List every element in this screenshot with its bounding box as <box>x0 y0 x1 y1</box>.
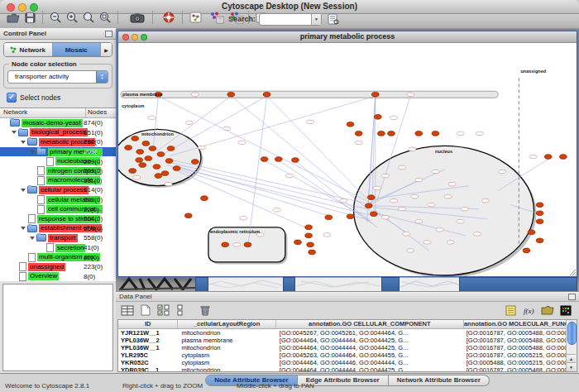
tree-row[interactable]: cell communicat...22(0) <box>0 204 116 214</box>
tree-row[interactable]: multi-organism pro...42(0) <box>0 252 116 262</box>
notepad-button[interactable] <box>504 304 518 317</box>
tree-row[interactable]: unassigned223(0) <box>0 262 116 272</box>
table-row[interactable]: YDR039C__1mitochondrion[GO:0044464, GO:0… <box>118 366 567 372</box>
scroll-down-icon[interactable]: ▼ <box>567 362 576 371</box>
graph-node-selected[interactable] <box>292 158 299 163</box>
graph-node-selected[interactable] <box>536 219 543 224</box>
float-panel-icon[interactable] <box>105 31 112 37</box>
graph-node-selected[interactable] <box>136 150 144 155</box>
graph-node-unselected[interactable] <box>529 155 537 158</box>
region-plasma-membrane[interactable] <box>121 91 498 98</box>
birdseye-view-panel[interactable] <box>2 284 113 371</box>
graph-node-selected[interactable] <box>309 250 316 255</box>
network-canvas[interactable]: plasma membranecytoplasmmitochondrionnuc… <box>118 43 577 276</box>
graph-node-selected[interactable] <box>536 203 543 208</box>
tree-row[interactable]: Overview8(0) <box>0 272 116 282</box>
graph-node-selected[interactable] <box>261 157 268 162</box>
tree-expander-icon[interactable] <box>21 189 26 192</box>
graph-node-selected[interactable] <box>149 146 156 151</box>
graph-node-unselected[interactable] <box>428 203 435 206</box>
graph-node-selected[interactable] <box>544 155 552 160</box>
tree-row[interactable]: cellular metabo...209(0) <box>0 195 116 205</box>
tree-row[interactable]: mosaic-demo-yeast874(0) <box>0 118 116 128</box>
snapshot-button[interactable] <box>129 9 146 26</box>
tree-column-nodes[interactable]: Nodes <box>86 108 116 117</box>
zoom-fit-button[interactable] <box>97 9 113 26</box>
tree-column-network[interactable]: Network <box>0 108 86 117</box>
graph-node-selected[interactable] <box>365 203 372 208</box>
graph-node-unselected[interactable] <box>185 121 193 124</box>
open-file-button[interactable] <box>5 9 22 26</box>
graph-node-selected[interactable] <box>307 242 314 247</box>
graph-node-selected[interactable] <box>415 131 423 136</box>
graph-node-unselected[interactable] <box>448 182 456 185</box>
graph-node-selected[interactable] <box>355 131 362 136</box>
attribute-select-button[interactable] <box>120 304 134 317</box>
table-column-header[interactable]: annotation.GO MOLECULAR_FUNCTION <box>464 320 567 328</box>
delete-attribute-button[interactable] <box>198 304 212 317</box>
network-window-titlebar[interactable]: primary metabolic process <box>118 31 577 43</box>
graph-node-unselected[interactable] <box>444 194 452 198</box>
graph-node-unselected[interactable] <box>223 127 231 130</box>
graph-node-unselected[interactable] <box>390 198 397 202</box>
tree-row[interactable]: primary metabo...209(... <box>0 147 116 157</box>
graph-node-selected[interactable] <box>371 92 379 97</box>
tree-expander-icon[interactable] <box>30 237 35 240</box>
graph-node-selected[interactable] <box>347 214 354 219</box>
graph-node-selected[interactable] <box>157 152 165 157</box>
graph-node-unselected[interactable] <box>399 165 406 169</box>
table-column-header[interactable]: annotation.GO CELLULAR_COMPONENT <box>276 320 464 328</box>
table-column-header[interactable]: ID <box>118 320 178 328</box>
scrollbar-thumb[interactable] <box>567 322 577 345</box>
help-button[interactable] <box>160 9 177 26</box>
graph-node-selected[interactable] <box>167 146 175 151</box>
graph-node-unselected[interactable] <box>273 208 280 212</box>
table-row[interactable]: YJR121W__1mitochondrion[GO:0045267, GO:0… <box>118 329 567 337</box>
tree-row[interactable]: transport558(0) <box>0 233 116 243</box>
graph-node-selected[interactable] <box>374 115 381 120</box>
tree-row[interactable]: secretion41(0) <box>0 243 116 253</box>
graph-node-selected[interactable] <box>132 136 139 141</box>
tree-row[interactable]: nitrogen compo...209(0) <box>0 166 116 176</box>
graph-node-unselected[interactable] <box>415 178 423 181</box>
save-session-button[interactable] <box>22 9 38 26</box>
graph-node-selected[interactable] <box>536 211 543 216</box>
graph-node-unselected[interactable] <box>373 186 380 189</box>
graph-node-selected[interactable] <box>153 165 160 170</box>
graph-node-unselected[interactable] <box>390 116 397 119</box>
tree-row[interactable]: biological_process651(0) <box>0 128 116 138</box>
zoom-out-button[interactable] <box>47 9 64 26</box>
graph-node-selected[interactable] <box>191 160 199 165</box>
zoom-selected-button[interactable] <box>80 9 97 26</box>
graph-node-unselected[interactable] <box>457 131 464 135</box>
table-row[interactable]: YPL036W__2plasma membrane[GO:0044464, GO… <box>118 337 567 344</box>
graph-node-unselected[interactable] <box>461 208 468 211</box>
graph-node-unselected[interactable] <box>191 93 199 96</box>
graph-node-unselected[interactable] <box>323 233 331 237</box>
select-all-attributes-button[interactable] <box>156 304 170 317</box>
graph-node-selected[interactable] <box>347 122 354 127</box>
zoom-in-button[interactable] <box>64 9 80 26</box>
graph-node-selected[interactable] <box>388 131 395 136</box>
graph-node-unselected[interactable] <box>165 182 172 185</box>
tree-expander-icon[interactable] <box>21 141 26 144</box>
table-row[interactable]: YLR295Ccytoplasm[GO:0045263, GO:0044464,… <box>118 351 567 359</box>
graph-node-selected[interactable] <box>161 171 169 176</box>
graph-node-unselected[interactable] <box>238 141 246 144</box>
table-scrollbar[interactable]: ▲ ▼ <box>566 320 577 371</box>
import-vizmap-button[interactable] <box>208 9 225 26</box>
graph-node-unselected[interactable] <box>409 147 416 151</box>
graph-node-selected[interactable] <box>305 225 313 230</box>
graph-node-selected[interactable] <box>367 195 375 200</box>
background-window-graphic[interactable] <box>119 277 195 290</box>
table-column-header[interactable]: _cellularLayoutRegion <box>178 320 275 328</box>
graph-node-unselected[interactable] <box>403 232 410 236</box>
graph-node-selected[interactable] <box>165 159 173 164</box>
background-window-titlebar[interactable] <box>381 277 400 292</box>
resize-grip-icon[interactable] <box>568 268 577 276</box>
tab-mosaic[interactable]: Mosaic <box>53 43 102 56</box>
graph-node-selected[interactable] <box>227 92 235 97</box>
chevron-down-icon[interactable]: ▼ <box>311 14 321 25</box>
graph-node-unselected[interactable] <box>399 208 406 211</box>
tab-overflow-button[interactable]: ▶ <box>101 43 112 56</box>
